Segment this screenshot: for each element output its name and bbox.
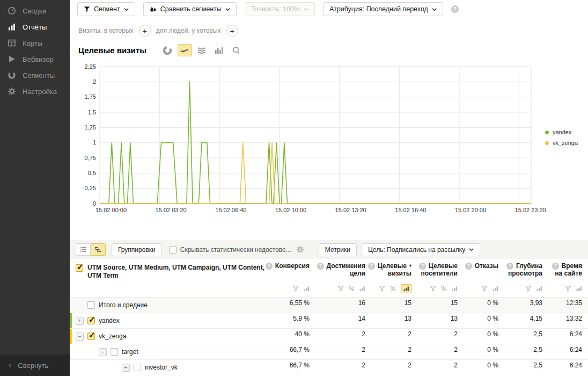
cell-value: 6:24 — [548, 362, 582, 369]
sidebar-item-svodka[interactable]: Сводка — [0, 3, 70, 19]
column-header-label[interactable]: ?Целевые▾визиты — [371, 262, 411, 277]
attribution-button[interactable]: Атрибуция: Последний переход — [323, 2, 443, 16]
column-title[interactable]: Время — [562, 262, 582, 270]
row-checkbox[interactable] — [111, 348, 118, 356]
value-cell-depth: 2,5 — [504, 360, 548, 375]
percent-icon[interactable] — [441, 286, 447, 292]
bars-metric-icon[interactable] — [359, 286, 365, 292]
line-chart-icon[interactable] — [178, 44, 192, 56]
cell-value: 3,93 — [504, 300, 542, 307]
groupings-label: Группировки — [118, 246, 156, 254]
legend-item-yandex[interactable]: yandex — [545, 129, 578, 135]
bars-metric-icon[interactable] — [576, 286, 582, 292]
column-header-label[interactable]: ?Целевыепосетители — [417, 262, 458, 277]
bars-metric-icon[interactable] — [452, 286, 458, 292]
checkbox-icon[interactable] — [169, 246, 177, 254]
row-label[interactable]: vk_zenga — [99, 332, 126, 340]
expand-button[interactable]: + — [122, 364, 130, 372]
active-metric-chip[interactable] — [401, 284, 411, 293]
percent-icon[interactable] — [390, 286, 396, 292]
columns-chart-icon[interactable] — [212, 44, 226, 56]
filter-funnel-icon[interactable] — [481, 285, 488, 292]
gear-icon[interactable] — [296, 245, 304, 254]
metrics-controls: Метрики Цель: Подписались на рассылку — [319, 243, 481, 256]
help-icon[interactable]: ? — [419, 263, 426, 270]
sidebar-collapse-button[interactable]: ‹ Свернуть — [0, 355, 70, 376]
row-label[interactable]: target — [122, 348, 138, 356]
bars-metric-icon[interactable] — [493, 286, 498, 292]
add-people-condition-button[interactable]: + — [226, 25, 238, 37]
column-title[interactable]: Целевые — [429, 262, 458, 270]
column-header-label[interactable]: ?Глубинапросмотра — [504, 262, 542, 277]
row-checkbox[interactable] — [87, 332, 95, 340]
collapse-button[interactable]: − — [76, 332, 84, 341]
column-title[interactable]: Конверсия — [275, 262, 310, 270]
compare-segments-button[interactable]: Сравнить сегменты — [143, 2, 237, 16]
cell-value: 66,7 % — [268, 346, 310, 353]
map-pin-icon[interactable] — [229, 44, 244, 56]
filter-funnel-icon[interactable] — [337, 285, 344, 292]
row-checkbox[interactable] — [87, 317, 95, 324]
bars-metric-icon[interactable] — [304, 286, 310, 292]
column-title-line2[interactable]: посетители — [417, 270, 458, 277]
column-title-line2[interactable]: визиты — [371, 270, 411, 277]
help-icon[interactable]: ? — [451, 5, 459, 13]
groupings-button[interactable]: Группировки — [112, 243, 162, 256]
add-visit-condition-button[interactable]: + — [139, 25, 151, 37]
row-checkbox[interactable] — [87, 301, 95, 309]
pie-chart-icon[interactable] — [160, 44, 175, 56]
filter-funnel-icon[interactable] — [565, 285, 571, 292]
goal-select[interactable]: Цель: Подписались на рассылку — [362, 243, 480, 256]
svg-text:1: 1 — [93, 139, 96, 146]
column-title[interactable]: Целевые — [378, 262, 407, 270]
column-header-label[interactable]: ?Достиженияцели — [315, 262, 365, 277]
percent-icon[interactable] — [349, 286, 355, 292]
main-content: Сегмент Сравнить сегменты Точность: 100%… — [70, 0, 588, 376]
help-icon[interactable]: ? — [506, 263, 513, 270]
column-filter-icons — [371, 283, 411, 294]
visits-filter-label: Визиты, в которых — [78, 27, 134, 34]
segment-button[interactable]: Сегмент — [77, 2, 135, 16]
column-header-label[interactable]: ?Отказы — [464, 262, 498, 270]
row-label[interactable]: yandex — [99, 317, 120, 324]
column-title-line2[interactable]: просмотра — [504, 270, 542, 277]
filter-funnel-icon[interactable] — [292, 285, 299, 292]
sidebar-item-otchety[interactable]: Отчёты — [0, 19, 70, 35]
help-icon[interactable]: ? — [317, 263, 324, 270]
column-title[interactable]: Отказы — [475, 262, 498, 270]
column-title[interactable]: Достижения — [327, 262, 365, 270]
select-all-checkbox[interactable] — [76, 264, 83, 272]
sidebar-item-webvisor[interactable]: Вебвизор — [0, 51, 70, 67]
row-label[interactable]: investor_vk — [145, 364, 178, 371]
column-title-line2[interactable]: на сайте — [548, 270, 582, 277]
column-header-label[interactable]: ?Времяна сайте — [548, 262, 582, 277]
tree-view-icon[interactable] — [91, 243, 106, 256]
dimension-header-label[interactable]: UTM Source, UTM Medium, UTM Campaign, UT… — [87, 264, 264, 280]
column-header-label[interactable]: ?Конверсия — [268, 262, 310, 270]
metrics-button[interactable]: Метрики — [319, 243, 357, 256]
legend-item-vk_zenga[interactable]: vk_zenga — [545, 140, 578, 146]
value-cell-goal-visitors: 2 — [417, 360, 464, 375]
list-view-icon[interactable] — [76, 243, 91, 256]
row-checkbox[interactable] — [134, 364, 141, 371]
dimension-cell: +yandex — [70, 313, 268, 328]
stacked-areas-icon[interactable] — [195, 44, 209, 56]
column-title-line2[interactable]: цели — [315, 270, 365, 277]
help-icon[interactable]: ? — [552, 263, 559, 270]
filter-funnel-icon[interactable] — [430, 285, 436, 292]
collapse-button[interactable]: − — [99, 348, 107, 356]
help-icon[interactable]: ? — [266, 263, 273, 270]
expand-button[interactable]: + — [76, 317, 84, 325]
sidebar-item-karty[interactable]: Карты — [0, 35, 70, 51]
help-icon[interactable]: ? — [368, 263, 375, 270]
help-icon[interactable]: ? — [465, 263, 472, 270]
bars-metric-icon[interactable] — [536, 286, 542, 292]
dimension-cell: −vk_zenga — [70, 329, 268, 344]
filter-funnel-icon[interactable] — [379, 285, 385, 292]
filter-funnel-icon[interactable] — [525, 285, 532, 292]
column-title[interactable]: Глубина — [516, 262, 542, 270]
sidebar-item-nastroika[interactable]: Настройка — [0, 83, 70, 99]
hide-insignificant-checkbox[interactable]: Скрывать статистически недостове... — [169, 246, 291, 254]
accuracy-button[interactable]: Точность: 100% — [245, 2, 315, 16]
sidebar-item-segmenty[interactable]: Сегменты — [0, 67, 70, 83]
